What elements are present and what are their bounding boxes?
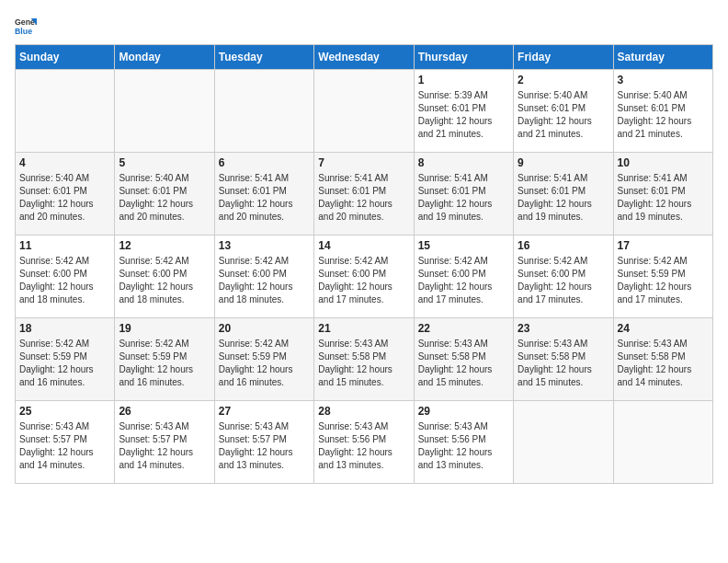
calendar-cell: 24Sunrise: 5:43 AM Sunset: 5:58 PM Dayli… <box>613 318 712 401</box>
day-info: Sunrise: 5:42 AM Sunset: 5:59 PM Dayligh… <box>19 338 110 389</box>
calendar-cell <box>16 70 115 153</box>
calendar-cell: 8Sunrise: 5:41 AM Sunset: 6:01 PM Daylig… <box>414 153 513 236</box>
calendar-cell: 26Sunrise: 5:43 AM Sunset: 5:57 PM Dayli… <box>115 401 214 484</box>
calendar-week-row: 11Sunrise: 5:42 AM Sunset: 6:00 PM Dayli… <box>16 236 713 318</box>
day-number: 21 <box>318 322 409 335</box>
calendar-week-row: 18Sunrise: 5:42 AM Sunset: 5:59 PM Dayli… <box>16 318 713 401</box>
column-header-wednesday: Wednesday <box>314 45 414 70</box>
day-number: 1 <box>418 74 509 86</box>
day-info: Sunrise: 5:42 AM Sunset: 5:59 PM Dayligh… <box>219 338 310 389</box>
day-number: 23 <box>518 322 609 335</box>
column-header-monday: Monday <box>115 45 214 70</box>
calendar-cell: 1Sunrise: 5:39 AM Sunset: 6:01 PM Daylig… <box>414 70 513 153</box>
day-info: Sunrise: 5:43 AM Sunset: 5:56 PM Dayligh… <box>318 420 409 472</box>
calendar-cell: 13Sunrise: 5:42 AM Sunset: 6:00 PM Dayli… <box>214 236 313 318</box>
day-info: Sunrise: 5:42 AM Sunset: 6:00 PM Dayligh… <box>518 255 609 306</box>
day-number: 18 <box>19 322 110 335</box>
column-header-sunday: Sunday <box>16 45 115 70</box>
day-info: Sunrise: 5:40 AM Sunset: 6:01 PM Dayligh… <box>618 89 709 141</box>
calendar-header-row: SundayMondayTuesdayWednesdayThursdayFrid… <box>16 45 713 70</box>
calendar-week-row: 25Sunrise: 5:43 AM Sunset: 5:57 PM Dayli… <box>16 401 713 484</box>
calendar-cell: 9Sunrise: 5:41 AM Sunset: 6:01 PM Daylig… <box>514 153 613 236</box>
day-number: 29 <box>418 405 509 418</box>
day-number: 2 <box>518 74 609 86</box>
calendar-cell: 19Sunrise: 5:42 AM Sunset: 5:59 PM Dayli… <box>115 318 214 401</box>
day-number: 4 <box>19 156 110 169</box>
day-number: 15 <box>418 239 509 252</box>
day-info: Sunrise: 5:43 AM Sunset: 5:58 PM Dayligh… <box>618 338 709 389</box>
calendar-cell: 7Sunrise: 5:41 AM Sunset: 6:01 PM Daylig… <box>314 153 414 236</box>
calendar-cell: 5Sunrise: 5:40 AM Sunset: 6:01 PM Daylig… <box>115 153 214 236</box>
day-info: Sunrise: 5:40 AM Sunset: 6:01 PM Dayligh… <box>19 172 110 224</box>
day-info: Sunrise: 5:43 AM Sunset: 5:57 PM Dayligh… <box>219 420 310 472</box>
day-number: 9 <box>518 156 609 169</box>
calendar-cell: 17Sunrise: 5:42 AM Sunset: 5:59 PM Dayli… <box>613 236 712 318</box>
day-info: Sunrise: 5:42 AM Sunset: 5:59 PM Dayligh… <box>119 338 210 389</box>
day-info: Sunrise: 5:41 AM Sunset: 6:01 PM Dayligh… <box>418 172 509 224</box>
day-number: 26 <box>119 405 210 418</box>
day-info: Sunrise: 5:42 AM Sunset: 6:00 PM Dayligh… <box>119 255 210 306</box>
calendar-cell: 15Sunrise: 5:42 AM Sunset: 6:00 PM Dayli… <box>414 236 513 318</box>
day-number: 25 <box>19 405 110 418</box>
calendar-cell: 16Sunrise: 5:42 AM Sunset: 6:00 PM Dayli… <box>514 236 613 318</box>
calendar-week-row: 1Sunrise: 5:39 AM Sunset: 6:01 PM Daylig… <box>16 70 713 153</box>
day-number: 19 <box>119 322 210 335</box>
calendar-cell: 28Sunrise: 5:43 AM Sunset: 5:56 PM Dayli… <box>314 401 414 484</box>
day-number: 17 <box>618 239 709 252</box>
calendar-cell <box>613 401 712 484</box>
day-number: 12 <box>119 239 210 252</box>
calendar-cell <box>514 401 613 484</box>
day-number: 22 <box>418 322 509 335</box>
column-header-tuesday: Tuesday <box>214 45 313 70</box>
day-number: 7 <box>318 156 409 169</box>
day-info: Sunrise: 5:43 AM Sunset: 5:56 PM Dayligh… <box>418 420 509 472</box>
day-info: Sunrise: 5:42 AM Sunset: 6:00 PM Dayligh… <box>219 255 310 306</box>
day-number: 27 <box>219 405 310 418</box>
calendar-cell <box>314 70 414 153</box>
logo: General Blue <box>15 15 42 37</box>
calendar-cell: 27Sunrise: 5:43 AM Sunset: 5:57 PM Dayli… <box>214 401 313 484</box>
day-number: 14 <box>318 239 409 252</box>
day-number: 20 <box>219 322 310 335</box>
day-info: Sunrise: 5:41 AM Sunset: 6:01 PM Dayligh… <box>618 172 709 224</box>
calendar-cell: 4Sunrise: 5:40 AM Sunset: 6:01 PM Daylig… <box>16 153 115 236</box>
calendar-cell: 11Sunrise: 5:42 AM Sunset: 6:00 PM Dayli… <box>16 236 115 318</box>
column-header-friday: Friday <box>514 45 613 70</box>
day-info: Sunrise: 5:43 AM Sunset: 5:57 PM Dayligh… <box>119 420 210 472</box>
calendar-week-row: 4Sunrise: 5:40 AM Sunset: 6:01 PM Daylig… <box>16 153 713 236</box>
calendar-cell: 18Sunrise: 5:42 AM Sunset: 5:59 PM Dayli… <box>16 318 115 401</box>
calendar-cell: 29Sunrise: 5:43 AM Sunset: 5:56 PM Dayli… <box>414 401 513 484</box>
calendar-cell: 25Sunrise: 5:43 AM Sunset: 5:57 PM Dayli… <box>16 401 115 484</box>
day-number: 11 <box>19 239 110 252</box>
day-info: Sunrise: 5:40 AM Sunset: 6:01 PM Dayligh… <box>119 172 210 224</box>
day-info: Sunrise: 5:42 AM Sunset: 5:59 PM Dayligh… <box>618 255 709 306</box>
page-header: General Blue <box>15 15 713 37</box>
day-number: 24 <box>618 322 709 335</box>
day-number: 28 <box>318 405 409 418</box>
calendar-cell <box>214 70 313 153</box>
day-info: Sunrise: 5:41 AM Sunset: 6:01 PM Dayligh… <box>318 172 409 224</box>
column-header-saturday: Saturday <box>613 45 712 70</box>
day-info: Sunrise: 5:43 AM Sunset: 5:57 PM Dayligh… <box>19 420 110 472</box>
column-header-thursday: Thursday <box>414 45 513 70</box>
day-info: Sunrise: 5:43 AM Sunset: 5:58 PM Dayligh… <box>418 338 509 389</box>
day-info: Sunrise: 5:39 AM Sunset: 6:01 PM Dayligh… <box>418 89 509 141</box>
day-info: Sunrise: 5:43 AM Sunset: 5:58 PM Dayligh… <box>318 338 409 389</box>
calendar-cell: 12Sunrise: 5:42 AM Sunset: 6:00 PM Dayli… <box>115 236 214 318</box>
day-info: Sunrise: 5:43 AM Sunset: 5:58 PM Dayligh… <box>518 338 609 389</box>
day-number: 3 <box>618 74 709 86</box>
svg-text:Blue: Blue <box>15 27 32 36</box>
calendar-cell: 14Sunrise: 5:42 AM Sunset: 6:00 PM Dayli… <box>314 236 414 318</box>
calendar-cell: 22Sunrise: 5:43 AM Sunset: 5:58 PM Dayli… <box>414 318 513 401</box>
day-info: Sunrise: 5:41 AM Sunset: 6:01 PM Dayligh… <box>219 172 310 224</box>
day-number: 6 <box>219 156 310 169</box>
day-number: 13 <box>219 239 310 252</box>
day-number: 5 <box>119 156 210 169</box>
logo-icon: General Blue <box>15 15 37 37</box>
day-info: Sunrise: 5:42 AM Sunset: 6:00 PM Dayligh… <box>19 255 110 306</box>
day-number: 8 <box>418 156 509 169</box>
day-number: 10 <box>618 156 709 169</box>
calendar-cell: 20Sunrise: 5:42 AM Sunset: 5:59 PM Dayli… <box>214 318 313 401</box>
day-info: Sunrise: 5:42 AM Sunset: 6:00 PM Dayligh… <box>418 255 509 306</box>
calendar-cell: 10Sunrise: 5:41 AM Sunset: 6:01 PM Dayli… <box>613 153 712 236</box>
